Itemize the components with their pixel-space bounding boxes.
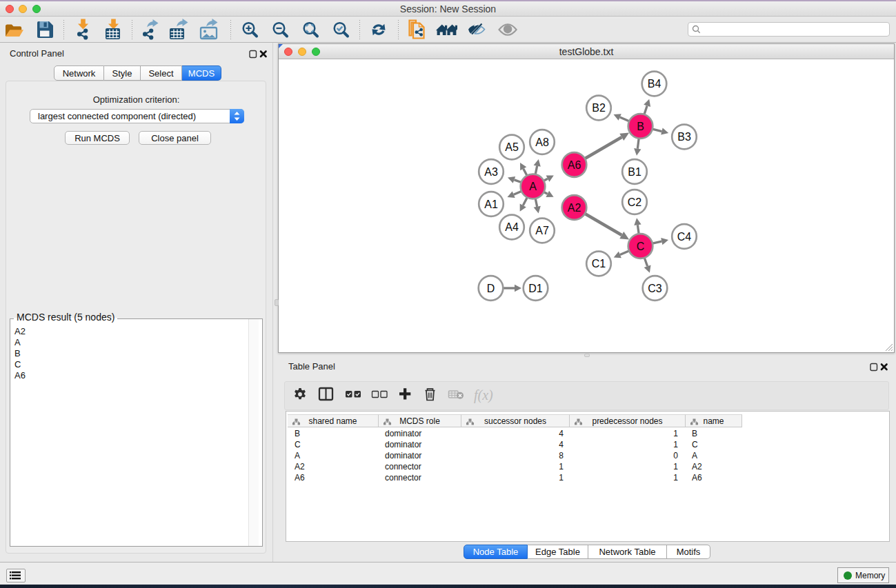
svg-text:A: A: [529, 181, 537, 192]
svg-text:A4: A4: [505, 221, 519, 233]
svg-text:C2: C2: [628, 196, 642, 208]
svg-text:C1: C1: [592, 258, 606, 270]
svg-text:B3: B3: [677, 131, 691, 143]
svg-text:B1: B1: [628, 166, 641, 178]
svg-text:A7: A7: [535, 225, 549, 236]
svg-text:B4: B4: [648, 78, 661, 90]
svg-text:D1: D1: [528, 283, 543, 294]
svg-text:D: D: [487, 283, 495, 294]
svg-text:C4: C4: [677, 231, 692, 243]
svg-text:B2: B2: [592, 102, 606, 114]
svg-text:C3: C3: [648, 283, 662, 294]
svg-text:B: B: [637, 121, 644, 132]
svg-text:A2: A2: [568, 202, 581, 214]
svg-text:C: C: [637, 241, 645, 252]
svg-text:A1: A1: [484, 199, 498, 210]
svg-text:A3: A3: [484, 166, 498, 178]
svg-text:A8: A8: [535, 136, 549, 148]
svg-text:A6: A6: [568, 159, 581, 171]
svg-text:A5: A5: [505, 141, 519, 153]
svg-text:f(x): f(x): [474, 387, 493, 403]
